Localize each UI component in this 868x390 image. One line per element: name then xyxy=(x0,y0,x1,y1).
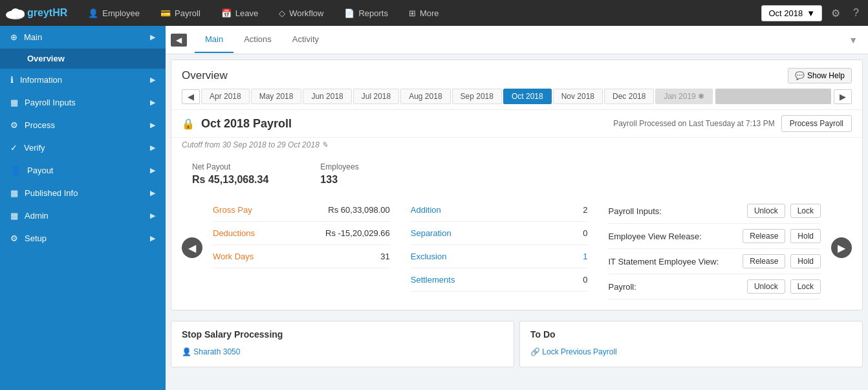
employees-label: Employees xyxy=(320,162,358,171)
month-tab-jan2019[interactable]: Jan 2019 ✱ xyxy=(655,89,713,104)
top-nav: greytHR 👤 Employee 💳 Payroll 📅 Leave ◇ W… xyxy=(0,0,868,26)
tab-dropdown-button[interactable]: ▼ xyxy=(843,32,863,48)
details-section: ◀ Gross Pay Rs 60,33,098.00 Deductions R… xyxy=(171,193,862,310)
sidebar-item-verify[interactable]: ✓ Verify ▶ xyxy=(0,136,166,159)
month-tab-jul2018[interactable]: Jul 2018 xyxy=(353,89,399,104)
reports-icon: 📄 xyxy=(344,8,354,18)
gross-pay-row: Gross Pay Rs 60,33,098.00 xyxy=(213,199,390,222)
exclusion-value: 1 xyxy=(583,252,587,261)
info-icon: ℹ xyxy=(10,75,14,85)
sidebar-item-admin[interactable]: ▦ Admin ▶ xyxy=(0,204,166,227)
addition-label: Addition xyxy=(411,205,441,215)
setup-icon: ⚙ xyxy=(10,233,18,243)
money-icon: 💳 xyxy=(160,8,171,18)
help-icon[interactable]: ? xyxy=(849,5,863,21)
employee-view-hold-button[interactable]: Hold xyxy=(790,229,821,243)
nav-reports[interactable]: 📄 Reports xyxy=(334,0,398,26)
settlements-row: Settlements 0 xyxy=(411,268,588,292)
stop-salary-item[interactable]: 👤 Sharath 3050 xyxy=(182,345,503,359)
sidebar-item-setup[interactable]: ⚙ Setup ▶ xyxy=(0,227,166,250)
it-statement-hold-button[interactable]: Hold xyxy=(790,254,821,268)
payroll-title-row: 🔒 Oct 2018 Payroll xyxy=(182,117,292,131)
month-tabs: ◀ Apr 2018 May 2018 Jun 2018 Jul 2018 Au… xyxy=(171,89,862,109)
payroll-inputs-row: Payroll Inputs: Unlock Lock xyxy=(609,199,821,224)
payout-section: Net Payout Rs 45,13,068.34 Employees 133 xyxy=(171,155,862,193)
month-tab-apr2018[interactable]: Apr 2018 xyxy=(201,89,250,104)
payroll-processed-text: Payroll Processed on Last Tuesday at 7:1… xyxy=(613,119,774,128)
prev-details-button[interactable]: ◀ xyxy=(182,237,202,258)
edit-icon[interactable]: ✎ xyxy=(321,140,328,149)
tab-actions[interactable]: Actions xyxy=(233,27,282,53)
month-tab-may2018[interactable]: May 2018 xyxy=(251,89,302,104)
employees-count: 133 xyxy=(320,174,358,186)
payroll-inputs-unlock-button[interactable]: Unlock xyxy=(747,204,785,218)
employee-stats: Addition 2 Separation 0 Exclusion 1 Sett… xyxy=(400,199,598,292)
gross-pay-label: Gross Pay xyxy=(213,205,252,215)
admin-icon: ▦ xyxy=(10,211,18,221)
exclusion-row: Exclusion 1 xyxy=(411,245,588,268)
grid-icon: ▦ xyxy=(10,98,18,107)
calendar-icon: 📅 xyxy=(221,8,232,18)
todo-card: To Do 🔗 Lock Previous Payroll xyxy=(519,321,863,367)
addition-value: 2 xyxy=(583,205,587,215)
sidebar-item-overview[interactable]: Overview xyxy=(0,49,166,69)
overview-title: Overview xyxy=(182,69,228,82)
payroll-lock-button[interactable]: Lock xyxy=(790,279,821,294)
nav-payroll[interactable]: 💳 Payroll xyxy=(150,0,211,26)
todo-item[interactable]: 🔗 Lock Previous Payroll xyxy=(530,345,852,359)
overview-card: Overview 💬 Show Help ◀ Apr 2018 May 2018… xyxy=(171,60,863,310)
collapse-sidebar-button[interactable]: ◀ xyxy=(171,34,187,47)
month-selector[interactable]: Oct 2018 ▼ xyxy=(761,5,822,21)
chevron-right-icon: ▶ xyxy=(150,98,155,107)
cutoff-text: Cutoff from 30 Sep 2018 to 29 Oct 2018 ✎ xyxy=(171,138,862,155)
sidebar: ⊕ Main ▶ Overview ℹ Information ▶ ▦ Payr… xyxy=(0,26,166,390)
it-statement-release-button[interactable]: Release xyxy=(743,254,785,268)
nav-leave[interactable]: 📅 Leave xyxy=(211,0,268,26)
payroll-unlock-button[interactable]: Unlock xyxy=(747,279,785,294)
month-tab-oct2018[interactable]: Oct 2018 xyxy=(503,89,552,104)
month-tab-aug2018[interactable]: Aug 2018 xyxy=(400,89,450,104)
nav-workflow[interactable]: ◇ Workflow xyxy=(268,0,334,26)
sidebar-item-payroll-inputs[interactable]: ▦ Payroll Inputs ▶ xyxy=(0,91,166,114)
process-icon: ⚙ xyxy=(10,120,18,130)
payroll-inputs-lock-button[interactable]: Lock xyxy=(790,204,821,218)
payroll-lock-row: Payroll: Unlock Lock xyxy=(609,274,821,299)
month-tab-dec2018[interactable]: Dec 2018 xyxy=(604,89,654,104)
work-days-label: Work Days xyxy=(213,252,254,261)
sidebar-item-published-info[interactable]: ▦ Published Info ▶ xyxy=(0,182,166,204)
nav-more[interactable]: ⊞ More xyxy=(398,0,450,26)
settlements-label: Settlements xyxy=(411,275,455,285)
net-payout-value: Rs 45,13,068.34 xyxy=(192,174,268,186)
sidebar-item-information[interactable]: ℹ Information ▶ xyxy=(0,69,166,91)
separation-label: Separation xyxy=(411,228,451,238)
month-tab-nov2018[interactable]: Nov 2018 xyxy=(553,89,603,104)
sidebar-item-process[interactable]: ⚙ Process ▶ xyxy=(0,114,166,136)
process-payroll-button[interactable]: Process Payroll xyxy=(781,115,852,132)
chevron-right-icon: ▶ xyxy=(150,33,155,41)
tab-main[interactable]: Main xyxy=(195,27,233,53)
month-tab-sep2018[interactable]: Sep 2018 xyxy=(452,89,502,104)
nav-employee[interactable]: 👤 Employee xyxy=(78,0,150,26)
chevron-right-icon: ▶ xyxy=(150,234,155,243)
payroll-title: Oct 2018 Payroll xyxy=(201,117,292,131)
main-content: ◀ Main Actions Activity ▼ Overview 💬 Sho… xyxy=(166,26,868,390)
work-days-row: Work Days 31 xyxy=(213,245,390,268)
employee-view-release-row: Employee View Release: Release Hold xyxy=(609,224,821,249)
month-next-button[interactable]: ▶ xyxy=(834,89,852,104)
exclusion-label: Exclusion xyxy=(411,252,447,261)
next-details-button[interactable]: ▶ xyxy=(831,237,852,258)
settings-icon[interactable]: ⚙ xyxy=(827,5,844,22)
month-tab-jun2018[interactable]: Jun 2018 xyxy=(303,89,351,104)
chevron-right-icon: ▶ xyxy=(150,211,155,220)
payroll-info-bar: 🔒 Oct 2018 Payroll Payroll Processed on … xyxy=(171,109,862,138)
sidebar-item-payout[interactable]: 👤 Payout ▶ xyxy=(0,159,166,182)
sidebar-item-main[interactable]: ⊕ Main ▶ xyxy=(0,26,166,49)
gross-pay-value: Rs 60,33,098.00 xyxy=(328,205,389,215)
employee-view-release-button[interactable]: Release xyxy=(743,229,785,243)
month-prev-button[interactable]: ◀ xyxy=(182,89,200,104)
show-help-button[interactable]: 💬 Show Help xyxy=(788,68,852,83)
chevron-right-icon: ▶ xyxy=(150,189,155,197)
tab-activity[interactable]: Activity xyxy=(282,27,329,53)
financial-details: Gross Pay Rs 60,33,098.00 Deductions Rs … xyxy=(202,199,400,268)
todo-title: To Do xyxy=(530,329,852,340)
